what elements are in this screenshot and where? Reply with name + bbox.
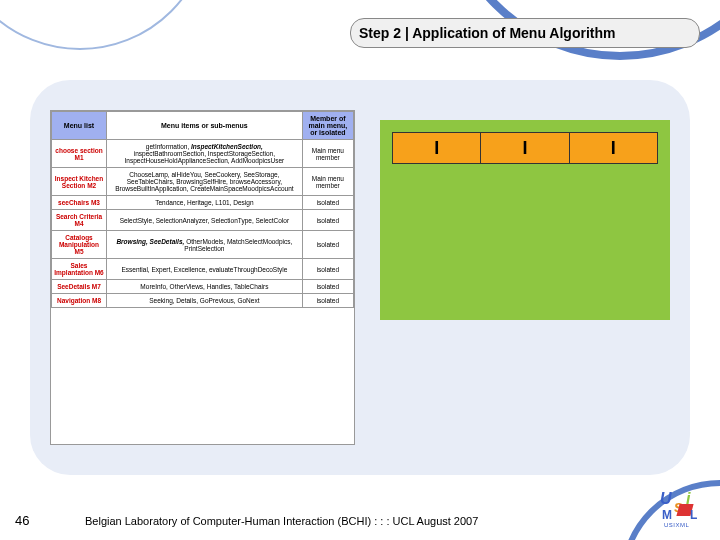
content-panel: Menu list Menu items or sub-menus Member… [30, 80, 690, 475]
table-row: seeChairs M3 Tendance, Heritage, L101, D… [52, 196, 354, 210]
orange-strip: I I I [392, 132, 658, 164]
table-row: SeeDetails M7 MoreInfo, OtherViews, Hand… [52, 280, 354, 294]
bg-arc-top-left [0, 0, 210, 50]
table-row: Navigation M8 Seeking, Details, GoPrevio… [52, 294, 354, 308]
table-row: Search Criteria M4 SelectStyle, Selectio… [52, 210, 354, 231]
footer-text: Belgian Laboratory of Computer-Human Int… [45, 515, 705, 527]
footer: 46 Belgian Laboratory of Computer-Human … [0, 513, 720, 528]
table-header-row: Menu list Menu items or sub-menus Member… [52, 112, 354, 140]
menu-table: Menu list Menu items or sub-menus Member… [50, 110, 355, 445]
orange-cell: I [393, 133, 481, 163]
col-member: Member of main menu, or isolated [302, 112, 353, 140]
slide-title: Step 2 | Application of Menu Algorithm [350, 18, 700, 48]
table-row: Catalogs Manipulation M5 Browsing, SeeDe… [52, 231, 354, 259]
orange-cell: I [481, 133, 569, 163]
col-menu-items: Menu items or sub-menus [107, 112, 303, 140]
table-row: Sales Implantation M6 Essential, Expert,… [52, 259, 354, 280]
usixml-logo: Usi ML USIXML [660, 490, 710, 532]
col-menu-list: Menu list [52, 112, 107, 140]
page-number: 46 [15, 513, 45, 528]
right-green-panel: I I I [380, 120, 670, 320]
orange-cell: I [570, 133, 657, 163]
table-row: choose section M1 getInformation, Inspec… [52, 140, 354, 168]
table-row: Inspect Kitchen Section M2 ChooseLamp, a… [52, 168, 354, 196]
